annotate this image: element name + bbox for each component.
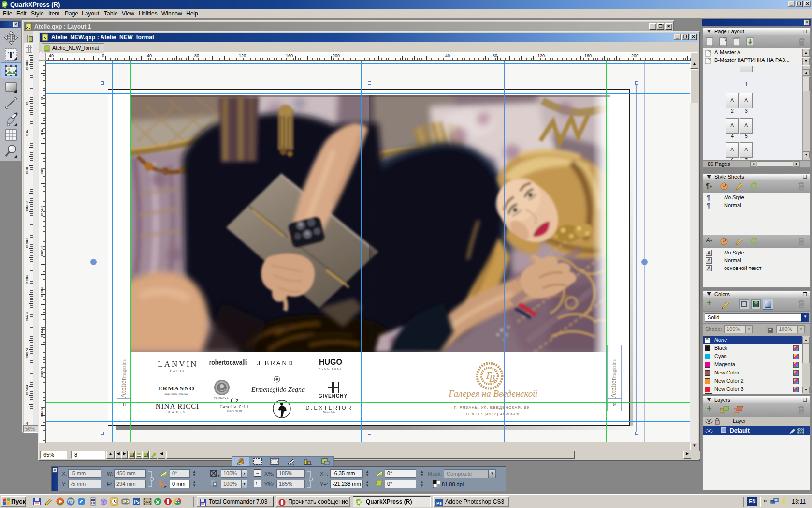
svg-text:321: 321 bbox=[145, 500, 151, 503]
svg-text:Ps: Ps bbox=[134, 499, 140, 505]
svg-text:JPG: JPG bbox=[123, 500, 129, 503]
svg-text:Ps: Ps bbox=[436, 501, 442, 506]
svg-text:e: e bbox=[69, 498, 72, 505]
svg-text:T: T bbox=[8, 50, 14, 60]
